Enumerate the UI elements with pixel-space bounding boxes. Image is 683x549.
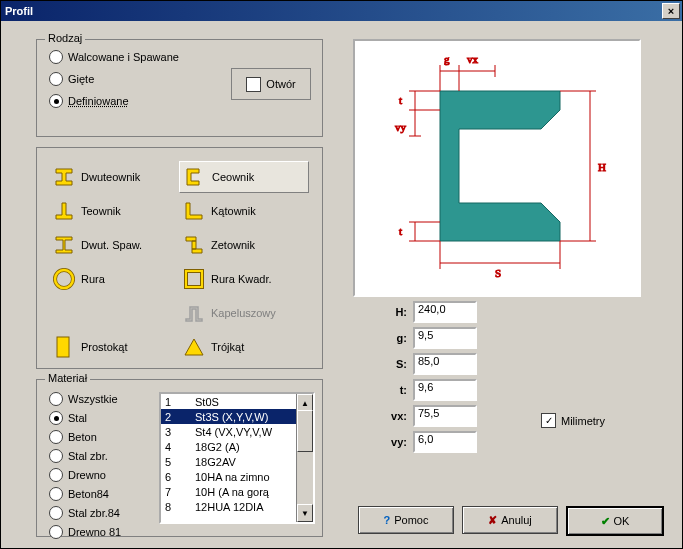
radio-drewno[interactable]: Drewno — [49, 468, 121, 482]
shape-label: Prostokąt — [81, 341, 127, 353]
triangle-icon — [183, 336, 205, 358]
material-legend: Materiał — [45, 372, 90, 384]
close-button[interactable]: × — [662, 3, 680, 19]
radio-giete[interactable]: Gięte — [49, 72, 179, 86]
radio-icon — [49, 525, 63, 539]
scroll-down-icon[interactable]: ▼ — [297, 504, 313, 522]
dim-input-t[interactable]: 9,6 — [413, 379, 477, 401]
i-beam-icon — [53, 166, 75, 188]
list-item[interactable]: 610HA na zimno — [161, 469, 313, 484]
dim-label: t: — [369, 384, 407, 396]
dim-label: g — [444, 53, 450, 65]
list-item[interactable]: 518G2AV — [161, 454, 313, 469]
list-item[interactable]: 418G2 (A) — [161, 439, 313, 454]
radio-drewno81[interactable]: Drewno 81 — [49, 525, 121, 539]
dim-label: vy — [395, 121, 407, 133]
list-item[interactable]: 3St4 (VX,VY,V,W — [161, 424, 313, 439]
shape-rura-kwadr[interactable]: Rura Kwadr. — [179, 264, 309, 294]
checkbox-otwor[interactable]: Otwór — [231, 68, 311, 100]
radio-icon — [49, 94, 63, 108]
radio-stal-zbr[interactable]: Stal zbr. — [49, 449, 121, 463]
shape-label: Rura Kwadr. — [211, 273, 272, 285]
shape-label: Dwuteownik — [81, 171, 140, 183]
radio-walcowane[interactable]: Walcowane i Spawane — [49, 50, 179, 64]
button-label: Pomoc — [394, 514, 428, 526]
shape-teownik[interactable]: Teownik — [49, 196, 179, 226]
list-item[interactable]: 812HUA 12DIA — [161, 499, 313, 514]
shape-zetownik[interactable]: Zetownik — [179, 230, 309, 260]
shape-prostokat[interactable]: Prostokąt — [49, 332, 179, 362]
radio-icon — [49, 449, 63, 463]
radio-stal[interactable]: Stal — [49, 411, 121, 425]
rodzaj-legend: Rodzaj — [45, 32, 85, 44]
shape-label: Teownik — [81, 205, 121, 217]
list-item[interactable]: 710H (A na gorą — [161, 484, 313, 499]
t-beam-icon — [53, 200, 75, 222]
square-tube-icon — [183, 268, 205, 290]
radio-stal-zbr84[interactable]: Stal zbr.84 — [49, 506, 121, 520]
shape-ceownik[interactable]: Ceownik — [179, 161, 309, 193]
list-item[interactable]: 1St0S — [161, 394, 313, 409]
button-label: Anuluj — [501, 514, 532, 526]
shape-dwut-spaw[interactable]: Dwut. Spaw. — [49, 230, 179, 260]
dim-input-s[interactable]: 85,0 — [413, 353, 477, 375]
radio-wszystkie[interactable]: Wszystkie — [49, 392, 121, 406]
checkbox-label: Milimetry — [561, 415, 605, 427]
radio-icon — [49, 72, 63, 86]
checkbox-label: Otwór — [266, 78, 295, 90]
shape-blank — [49, 298, 179, 328]
shape-rura[interactable]: Rura — [49, 264, 179, 294]
radio-definiowane[interactable]: Definiowane — [49, 94, 179, 108]
window-title: Profil — [5, 5, 662, 17]
radio-icon — [49, 392, 63, 406]
checkbox-icon — [246, 77, 261, 92]
titlebar: Profil × — [1, 1, 682, 21]
shape-katownik[interactable]: Kątownik — [179, 196, 309, 226]
rodzaj-group: Rodzaj Walcowane i Spawane Gięte Definio… — [36, 39, 323, 137]
profile-diagram: g vx t vy t — [353, 39, 641, 297]
shape-label: Trójkąt — [211, 341, 244, 353]
scroll-thumb[interactable] — [297, 410, 313, 452]
radio-beton84[interactable]: Beton84 — [49, 487, 121, 501]
radio-label: Stal zbr.84 — [68, 507, 120, 519]
dim-input-vy[interactable]: 6,0 — [413, 431, 477, 453]
z-beam-icon — [183, 234, 205, 256]
svg-point-1 — [55, 270, 73, 288]
scrollbar[interactable]: ▲ ▼ — [296, 394, 313, 522]
list-item[interactable]: 2St3S (X,Y,V,W) — [161, 409, 313, 424]
dim-label: vx: — [369, 410, 407, 422]
shape-label: Zetownik — [211, 239, 255, 251]
radio-label: Stal zbr. — [68, 450, 108, 462]
help-icon: ? — [384, 514, 391, 526]
checkbox-milimetry[interactable]: ✓ Milimetry — [541, 413, 605, 428]
radio-beton[interactable]: Beton — [49, 430, 121, 444]
radio-label: Beton — [68, 431, 97, 443]
radio-label: Drewno — [68, 469, 106, 481]
dimension-inputs: H:240,0 g:9,5 S:85,0 t:9,6 vx:75,5 vy:6,… — [369, 301, 477, 457]
help-button[interactable]: ? Pomoc — [358, 506, 454, 534]
dim-label: vx — [467, 53, 479, 65]
cancel-button[interactable]: ✘ Anuluj — [462, 506, 558, 534]
dim-label: vy: — [369, 436, 407, 448]
angle-icon — [183, 200, 205, 222]
material-listbox[interactable]: 1St0S 2St3S (X,Y,V,W) 3St4 (VX,VY,V,W 41… — [159, 392, 315, 524]
dim-label: t — [399, 94, 402, 106]
radio-label: Gięte — [68, 73, 94, 85]
dim-label: S — [495, 267, 501, 279]
rectangle-icon — [53, 336, 75, 358]
shape-grid: Dwuteownik Ceownik Teownik — [49, 160, 309, 364]
dim-input-vx[interactable]: 75,5 — [413, 405, 477, 427]
dim-input-g[interactable]: 9,5 — [413, 327, 477, 349]
material-group: Materiał Wszystkie Stal Beton Stal zbr. … — [36, 379, 323, 537]
shape-trojkat[interactable]: Trójkąt — [179, 332, 309, 362]
checkbox-icon: ✓ — [541, 413, 556, 428]
svg-rect-2 — [186, 271, 202, 287]
dim-label: g: — [369, 332, 407, 344]
radio-icon — [49, 430, 63, 444]
shape-label: Kapeluszowy — [211, 307, 276, 319]
dim-input-h[interactable]: 240,0 — [413, 301, 477, 323]
shape-label: Kątownik — [211, 205, 256, 217]
shape-dwuteownik[interactable]: Dwuteownik — [49, 162, 179, 192]
ok-button[interactable]: ✔ OK — [566, 506, 664, 536]
radio-icon — [49, 50, 63, 64]
